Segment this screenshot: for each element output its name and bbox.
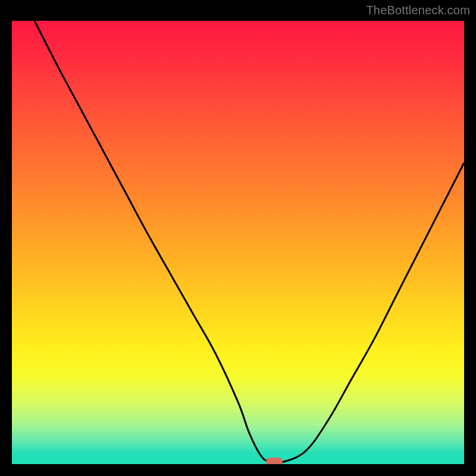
plot-area <box>12 21 464 464</box>
watermark-text: TheBottleneck.com <box>366 4 470 17</box>
optimal-marker <box>266 458 283 464</box>
chart-frame: TheBottleneck.com <box>0 0 476 476</box>
bottleneck-curve <box>12 21 464 464</box>
curve-path <box>35 21 464 463</box>
